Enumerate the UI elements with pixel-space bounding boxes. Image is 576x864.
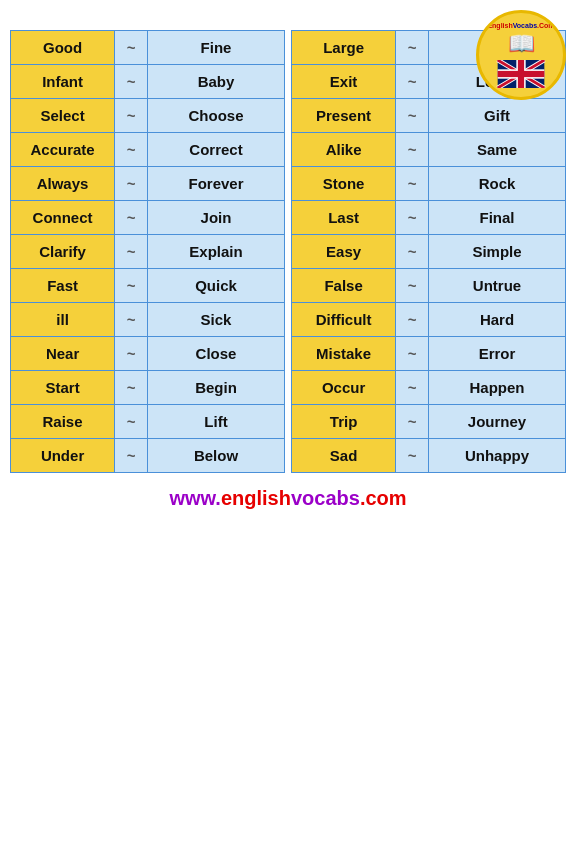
word-cell: Alike	[292, 133, 396, 167]
synonym-cell: Error	[428, 337, 565, 371]
tilde-cell: ~	[396, 201, 429, 235]
tilde-cell: ~	[115, 269, 148, 303]
tilde-cell: ~	[115, 31, 148, 65]
word-cell: Clarify	[11, 235, 115, 269]
tilde-cell: ~	[115, 405, 148, 439]
word-cell: Occur	[292, 371, 396, 405]
logo-text: EnglishVocabs.Com	[487, 22, 554, 30]
synonym-cell: Fine	[147, 31, 284, 65]
synonym-cell: Untrue	[428, 269, 565, 303]
synonym-cell: Same	[428, 133, 565, 167]
word-cell: Mistake	[292, 337, 396, 371]
tilde-cell: ~	[115, 371, 148, 405]
word-cell: Fast	[11, 269, 115, 303]
synonym-cell: Explain	[147, 235, 284, 269]
tilde-cell: ~	[115, 235, 148, 269]
logo: EnglishVocabs.Com 📖	[476, 10, 566, 100]
tilde-cell: ~	[396, 337, 429, 371]
word-cell: Last	[292, 201, 396, 235]
word-cell: Difficult	[292, 303, 396, 337]
tilde-cell: ~	[115, 337, 148, 371]
word-cell: Always	[11, 167, 115, 201]
synonym-cell: Gift	[428, 99, 565, 133]
tilde-cell: ~	[115, 201, 148, 235]
footer-url: www.englishvocabs.com	[169, 487, 406, 509]
tilde-cell: ~	[396, 371, 429, 405]
word-cell: Select	[11, 99, 115, 133]
tilde-cell: ~	[396, 439, 429, 473]
tilde-cell: ~	[396, 167, 429, 201]
word-cell: Start	[11, 371, 115, 405]
word-cell: Easy	[292, 235, 396, 269]
tilde-cell: ~	[115, 303, 148, 337]
word-cell: Exit	[292, 65, 396, 99]
tilde-cell: ~	[396, 235, 429, 269]
tilde-cell: ~	[396, 269, 429, 303]
tilde-cell: ~	[115, 99, 148, 133]
tilde-cell: ~	[396, 99, 429, 133]
word-cell: Trip	[292, 405, 396, 439]
word-cell: Under	[11, 439, 115, 473]
synonym-cell: Choose	[147, 99, 284, 133]
tilde-cell: ~	[115, 133, 148, 167]
synonym-cell: Journey	[428, 405, 565, 439]
word-cell: Large	[292, 31, 396, 65]
tables-wrapper: Good~FineInfant~BabySelect~ChooseAccurat…	[10, 30, 566, 473]
book-icon: 📖	[508, 31, 535, 57]
synonym-cell: Forever	[147, 167, 284, 201]
synonym-cell: Correct	[147, 133, 284, 167]
word-cell: False	[292, 269, 396, 303]
synonym-cell: Unhappy	[428, 439, 565, 473]
word-cell: Sad	[292, 439, 396, 473]
tilde-cell: ~	[115, 439, 148, 473]
footer: www.englishvocabs.com	[10, 487, 566, 510]
tilde-cell: ~	[115, 65, 148, 99]
word-cell: Stone	[292, 167, 396, 201]
uk-flag	[496, 60, 546, 88]
svg-rect-8	[498, 71, 545, 77]
synonym-cell: Below	[147, 439, 284, 473]
word-cell: Good	[11, 31, 115, 65]
synonym-cell: Rock	[428, 167, 565, 201]
synonym-cell: Lift	[147, 405, 284, 439]
synonym-cell: Close	[147, 337, 284, 371]
word-cell: Connect	[11, 201, 115, 235]
tilde-cell: ~	[115, 167, 148, 201]
synonym-cell: Begin	[147, 371, 284, 405]
synonym-cell: Baby	[147, 65, 284, 99]
word-cell: Accurate	[11, 133, 115, 167]
tilde-cell: ~	[396, 303, 429, 337]
tilde-cell: ~	[396, 31, 429, 65]
synonym-cell: Simple	[428, 235, 565, 269]
synonym-cell: Quick	[147, 269, 284, 303]
synonym-cell: Happen	[428, 371, 565, 405]
synonym-cell: Join	[147, 201, 284, 235]
synonym-cell: Hard	[428, 303, 565, 337]
word-cell: Raise	[11, 405, 115, 439]
left-table: Good~FineInfant~BabySelect~ChooseAccurat…	[10, 30, 285, 473]
tilde-cell: ~	[396, 65, 429, 99]
word-cell: Present	[292, 99, 396, 133]
word-cell: Infant	[11, 65, 115, 99]
synonym-cell: Sick	[147, 303, 284, 337]
tilde-cell: ~	[396, 133, 429, 167]
word-cell: Near	[11, 337, 115, 371]
tilde-cell: ~	[396, 405, 429, 439]
word-cell: ill	[11, 303, 115, 337]
synonym-cell: Final	[428, 201, 565, 235]
